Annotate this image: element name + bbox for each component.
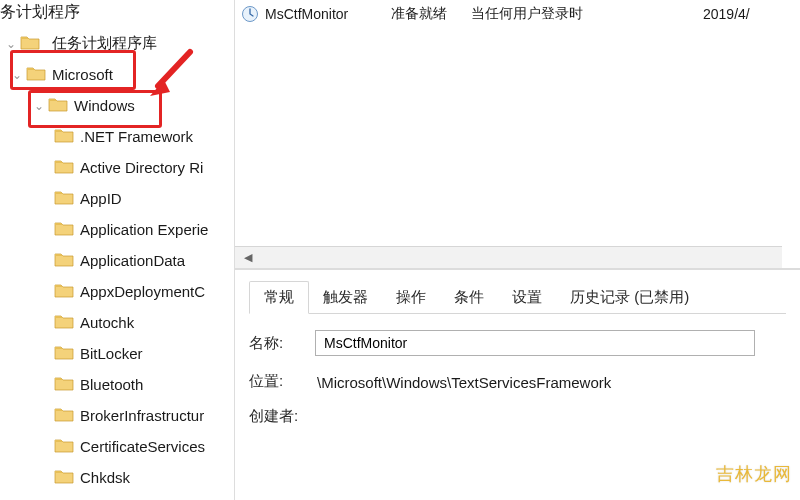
tree-label: Bluetooth bbox=[80, 376, 143, 393]
chevron-down-icon[interactable] bbox=[4, 37, 18, 51]
tree-item-autochk[interactable]: Autochk bbox=[0, 307, 234, 338]
tab-history[interactable]: 历史记录 (已禁用) bbox=[556, 282, 703, 313]
folder-icon bbox=[54, 344, 74, 364]
task-list: MsCtfMonitor 准备就绪 当任何用户登录时 2019/4/ ◀ bbox=[235, 0, 800, 270]
tree-label: Active Directory Ri bbox=[80, 159, 203, 176]
tree-item-appxdeployment[interactable]: AppxDeploymentC bbox=[0, 276, 234, 307]
folder-icon bbox=[20, 34, 40, 54]
chevron-down-icon[interactable] bbox=[10, 68, 24, 82]
tree-label: CertificateServices bbox=[80, 438, 205, 455]
tree-label: Autochk bbox=[80, 314, 134, 331]
tree-item-appid[interactable]: AppID bbox=[0, 183, 234, 214]
location-label: 位置: bbox=[249, 372, 315, 391]
tab-settings[interactable]: 设置 bbox=[498, 282, 556, 313]
tree-item-chkdsk[interactable]: Chkdsk bbox=[0, 462, 234, 493]
tree-label: BrokerInfrastructur bbox=[80, 407, 204, 424]
tab-conditions[interactable]: 条件 bbox=[440, 282, 498, 313]
tree-item-bluetooth[interactable]: Bluetooth bbox=[0, 369, 234, 400]
folder-icon bbox=[54, 313, 74, 333]
folder-icon bbox=[54, 375, 74, 395]
creator-label: 创建者: bbox=[249, 407, 315, 426]
task-name: MsCtfMonitor bbox=[265, 6, 391, 22]
tree-item-active-directory[interactable]: Active Directory Ri bbox=[0, 152, 234, 183]
tree-item-brokerinfrastructure[interactable]: BrokerInfrastructur bbox=[0, 400, 234, 431]
chevron-down-icon[interactable] bbox=[32, 99, 46, 113]
folder-icon bbox=[54, 251, 74, 271]
tree-item-microsoft[interactable]: Microsoft bbox=[0, 59, 234, 90]
tree-item-windows[interactable]: Windows bbox=[0, 90, 234, 121]
tree-item-bitlocker[interactable]: BitLocker bbox=[0, 338, 234, 369]
tree-label: 任务计划程序库 bbox=[46, 34, 157, 53]
tree-label: .NET Framework bbox=[80, 128, 193, 145]
task-row[interactable]: MsCtfMonitor 准备就绪 当任何用户登录时 2019/4/ bbox=[235, 0, 800, 28]
folder-icon bbox=[54, 437, 74, 457]
task-trigger: 当任何用户登录时 bbox=[471, 5, 703, 23]
task-scheduler-tree: 任务计划程序库 Microsoft Windows .NET Framework… bbox=[0, 0, 235, 500]
tree-label: AppxDeploymentC bbox=[80, 283, 205, 300]
detail-tabs: 常规 触发器 操作 条件 设置 历史记录 (已禁用) bbox=[249, 280, 786, 314]
window-title-fragment: 务计划程序 bbox=[0, 2, 80, 23]
tree-label: Windows bbox=[74, 97, 135, 114]
tree-label: ApplicationData bbox=[80, 252, 185, 269]
tab-triggers[interactable]: 触发器 bbox=[309, 282, 382, 313]
content-panel: MsCtfMonitor 准备就绪 当任何用户登录时 2019/4/ ◀ 常规 … bbox=[235, 0, 800, 500]
watermark: 吉林龙网 bbox=[716, 462, 792, 486]
tree-item-certificateservices[interactable]: CertificateServices bbox=[0, 431, 234, 462]
tree-label: AppID bbox=[80, 190, 122, 207]
tab-actions[interactable]: 操作 bbox=[382, 282, 440, 313]
folder-icon bbox=[54, 158, 74, 178]
folder-icon bbox=[26, 65, 46, 85]
tree-item-application-experience[interactable]: Application Experie bbox=[0, 214, 234, 245]
horizontal-scrollbar[interactable]: ◀ bbox=[235, 246, 782, 268]
tree-root-library[interactable]: 任务计划程序库 bbox=[0, 28, 234, 59]
tree-label: Chkdsk bbox=[80, 469, 130, 486]
folder-icon bbox=[54, 282, 74, 302]
location-value: \Microsoft\Windows\TextServicesFramework bbox=[315, 372, 786, 391]
folder-icon bbox=[54, 220, 74, 240]
tree-item-dotnet[interactable]: .NET Framework bbox=[0, 121, 234, 152]
folder-icon bbox=[54, 406, 74, 426]
task-status: 准备就绪 bbox=[391, 5, 471, 23]
folder-icon bbox=[54, 468, 74, 488]
tab-general[interactable]: 常规 bbox=[249, 281, 309, 314]
scroll-left-icon[interactable]: ◀ bbox=[239, 251, 257, 264]
folder-icon bbox=[54, 189, 74, 209]
task-date: 2019/4/ bbox=[703, 6, 773, 22]
tree-label: Application Experie bbox=[80, 221, 208, 238]
folder-icon bbox=[54, 127, 74, 147]
name-field[interactable] bbox=[315, 330, 755, 356]
tree-item-applicationdata[interactable]: ApplicationData bbox=[0, 245, 234, 276]
tree-label: Microsoft bbox=[52, 66, 113, 83]
folder-icon bbox=[48, 96, 68, 116]
clock-icon bbox=[241, 5, 259, 23]
name-label: 名称: bbox=[249, 334, 315, 353]
tree-label: BitLocker bbox=[80, 345, 143, 362]
